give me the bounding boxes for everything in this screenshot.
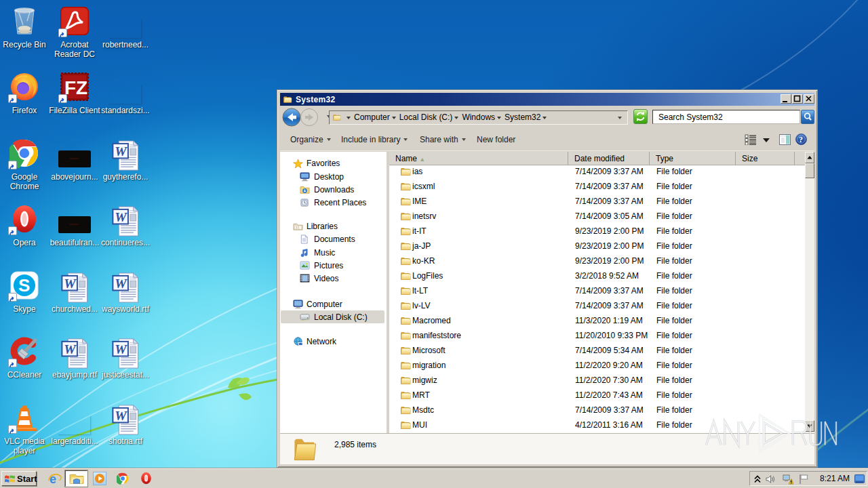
svg-text:S: S: [18, 275, 30, 296]
svg-text:FZ: FZ: [64, 77, 87, 98]
svg-text:?: ?: [799, 135, 803, 144]
